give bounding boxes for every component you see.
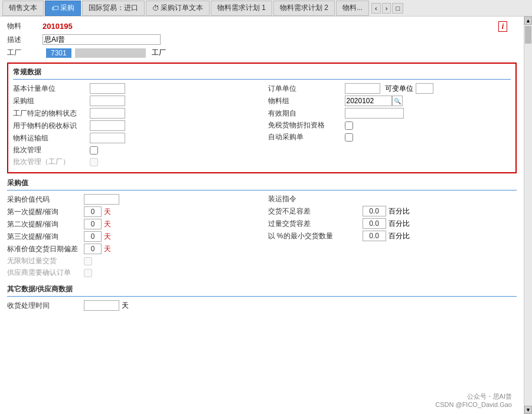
purchase-left-column: 采购价值代码 第一次提醒/催询 0 天 第二次提醒/催询 0 天 第三次提 (7, 194, 256, 280)
batch-mgmt-plant-checkbox[interactable] (90, 158, 98, 166)
reminder2-row: 第二次提醒/催询 0 天 (7, 219, 256, 229)
tab-po-text[interactable]: ⏱ 采购订单文本 (146, 1, 210, 16)
under-delivery-row: 交货不足容差 0.0 百分比 (268, 206, 517, 216)
reminder3-label: 第三次提醒/催询 (7, 232, 84, 242)
material-group-input[interactable] (345, 96, 392, 106)
purchase-group-input[interactable] (90, 96, 125, 106)
general-right-column: 订单单位 可变单位 物料组 🔍 有效期自 (268, 83, 511, 169)
tab-po-text-label: 采购订单文本 (161, 3, 203, 13)
tax-indicator-row: 用于物料的税收标识 (13, 120, 256, 131)
over-delivery-value: 0.0 (363, 218, 386, 229)
tab-restore-button[interactable]: □ (392, 3, 403, 14)
unlimited-overdelivery-row: 无限制过量交货 (7, 256, 256, 266)
under-delivery-label: 交货不足容差 (268, 206, 363, 216)
tab-mrp2[interactable]: 物料需求计划 2 (273, 1, 335, 16)
material-label: 物料 (7, 21, 43, 31)
receiving-time-unit: 天 (122, 301, 129, 311)
purchase-value-section: 采购值 采购价值代码 第一次提醒/催询 0 天 第二次提醒/催询 0 (7, 178, 517, 280)
material-group-row: 物料组 🔍 (268, 96, 511, 106)
plant-material-status-input[interactable] (90, 108, 125, 119)
scroll-up-button[interactable]: ▲ (524, 17, 532, 25)
reminder2-label: 第二次提醒/催询 (7, 219, 84, 229)
other-data-section: 其它数据/供应商数据 收货处理时间 天 (7, 284, 517, 311)
material-field: 物料 2010195 i (7, 21, 517, 31)
transport-group-input[interactable] (90, 133, 125, 143)
tab-prev-button[interactable]: ‹ (371, 3, 381, 14)
watermark-line1: 公众号・思AI普 (435, 392, 512, 401)
desc-input[interactable] (43, 34, 161, 45)
min-delivery-value: 0.0 (363, 231, 386, 241)
tax-free-row: 免税货物折扣资格 (268, 120, 511, 130)
watermark: 公众号・思AI普 CSDN @FICO_David.Gao (435, 392, 512, 408)
basic-unit-row: 基本计量单位 (13, 83, 256, 94)
over-delivery-label: 过量交货容差 (268, 219, 363, 229)
desc-field: 描述 (7, 34, 517, 45)
general-data-section: 常规数据 基本计量单位 采购组 工厂特定的物料状态 (7, 63, 517, 173)
valid-from-input[interactable] (345, 108, 404, 119)
basic-unit-label: 基本计量单位 (13, 84, 90, 94)
scroll-thumb[interactable] (525, 26, 531, 44)
receiving-time-row: 收货处理时间 天 (7, 300, 517, 311)
reminder3-unit: 天 (104, 232, 111, 242)
tab-mrp2-label: 物料需求计划 2 (280, 3, 328, 13)
receiving-time-label: 收货处理时间 (7, 301, 84, 311)
reminder3-row: 第三次提醒/催询 0 天 (7, 231, 256, 242)
scroll-track (525, 25, 531, 406)
basic-unit-input[interactable] (90, 83, 125, 94)
tax-free-checkbox[interactable] (345, 121, 353, 130)
info-button[interactable]: i (498, 21, 507, 32)
batch-mgmt-plant-row: 批次管理（工厂） (13, 157, 256, 167)
desc-label: 描述 (7, 35, 43, 45)
supplier-confirm-row: 供应商需要确认订单 (7, 268, 256, 278)
purchase-right-column: 装运指令 交货不足容差 0.0 百分比 过量交货容差 0.0 百分比 以 %的最… (268, 194, 517, 280)
tab-international[interactable]: 国际贸易：进口 (82, 1, 145, 16)
receiving-time-input[interactable] (84, 300, 119, 311)
tab-po-text-icon: ⏱ (152, 4, 159, 12)
plant-label: 工厂 (7, 48, 43, 58)
batch-mgmt-label: 批次管理 (13, 145, 90, 155)
plant-suffix: 工厂 (152, 48, 166, 58)
min-delivery-label: 以 %的最小交货数量 (268, 231, 363, 241)
plant-code: 7301 (46, 48, 71, 58)
tab-purchase-label: 采购 (60, 3, 74, 13)
shipping-instruction-row: 装运指令 (268, 194, 517, 204)
tax-free-label: 免税货物折扣资格 (268, 120, 345, 130)
scroll-down-button[interactable]: ▼ (524, 406, 532, 414)
tab-purchase[interactable]: 🏷 采购 (45, 1, 81, 16)
shipping-instruction-label: 装运指令 (268, 194, 345, 204)
scrollbar[interactable]: ▲ ▼ (524, 17, 532, 414)
standard-deviation-value: 0 (84, 244, 102, 254)
auto-po-row: 自动采购单 (268, 132, 511, 142)
tab-next-button[interactable]: › (382, 3, 391, 14)
tab-sales-text[interactable]: 销售文本 (2, 1, 44, 16)
under-delivery-unit: 百分比 (389, 206, 410, 216)
material-group-search-button[interactable]: 🔍 (392, 96, 403, 106)
unlimited-overdelivery-label: 无限制过量交货 (7, 256, 84, 266)
purchase-value-title: 采购值 (7, 178, 517, 190)
batch-mgmt-row: 批次管理 (13, 145, 256, 155)
standard-deviation-unit: 天 (104, 244, 111, 254)
batch-mgmt-checkbox[interactable] (90, 146, 98, 155)
transport-group-row: 物料运输组 (13, 133, 256, 143)
valid-from-label: 有效期自 (268, 109, 345, 119)
material-group-label: 物料组 (268, 96, 345, 106)
plant-material-status-row: 工厂特定的物料状态 (13, 108, 256, 119)
tab-material[interactable]: 物料... (336, 1, 369, 16)
unlimited-overdelivery-checkbox[interactable] (84, 257, 92, 265)
reminder1-value: 0 (84, 206, 102, 217)
purchase-price-code-input[interactable] (84, 194, 119, 205)
standard-deviation-label: 标准价值交货日期偏差 (7, 244, 84, 254)
order-unit-input[interactable] (345, 83, 380, 94)
tab-mrp1[interactable]: 物料需求计划 1 (211, 1, 272, 16)
variable-unit-input[interactable] (416, 83, 433, 94)
purchase-price-code-label: 采购价值代码 (7, 195, 84, 205)
auto-po-checkbox[interactable] (345, 133, 353, 142)
tax-indicator-input[interactable] (90, 120, 125, 131)
under-delivery-value: 0.0 (363, 206, 386, 216)
auto-po-label: 自动采购单 (268, 132, 345, 142)
reminder3-value: 0 (84, 231, 102, 242)
supplier-confirm-checkbox[interactable] (84, 269, 92, 277)
reminder2-value: 0 (84, 219, 102, 229)
over-delivery-row: 过量交货容差 0.0 百分比 (268, 218, 517, 229)
tab-sales-text-label: 销售文本 (9, 3, 37, 13)
